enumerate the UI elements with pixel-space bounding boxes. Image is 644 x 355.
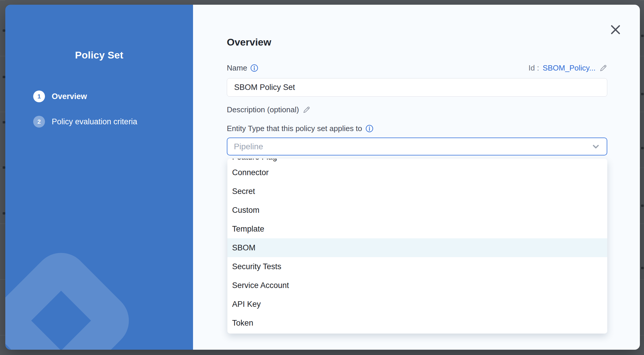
background-page-left-edge [0, 0, 5, 355]
dropdown-option-sbom[interactable]: SBOM [227, 238, 607, 257]
step-number-badge: 1 [33, 91, 45, 102]
policy-set-modal: Policy Set 1 Overview 2 Policy evaluatio… [5, 5, 640, 350]
background-page-right-edge [640, 0, 644, 355]
background-artifact [3, 212, 5, 215]
description-label: Description (optional) [227, 105, 311, 114]
wizard-step-policy-evaluation-criteria[interactable]: 2 Policy evaluation criteria [33, 116, 137, 128]
background-artifact [641, 147, 644, 149]
entity-type-label-text: Entity Type that this policy set applies… [227, 124, 362, 133]
name-label-text: Name [227, 63, 247, 73]
harness-logo-watermark [5, 242, 140, 350]
description-label-text: Description (optional) [227, 105, 299, 114]
dropdown-option-secret[interactable]: Secret [227, 182, 607, 201]
page-title: Overview [227, 36, 271, 48]
wizard-sidebar: Policy Set 1 Overview 2 Policy evaluatio… [5, 5, 193, 350]
background-artifact [3, 29, 5, 32]
select-placeholder: Pipeline [234, 142, 591, 151]
background-artifact [641, 93, 644, 95]
wizard-step-overview[interactable]: 1 Overview [33, 91, 87, 102]
edit-pencil-icon[interactable] [302, 106, 311, 114]
info-icon[interactable] [365, 125, 373, 133]
background-artifact [3, 166, 5, 169]
wizard-title: Policy Set [5, 49, 193, 61]
entity-id-link[interactable]: SBOM_Policy... [543, 63, 596, 73]
dropdown-option-security-tests[interactable]: Security Tests [227, 257, 607, 276]
dropdown-option-template[interactable]: Template [227, 220, 607, 238]
dropdown-option-connector[interactable]: Connector [227, 163, 607, 182]
screen: Policy Set 1 Overview 2 Policy evaluatio… [0, 0, 644, 355]
background-artifact [641, 267, 644, 269]
id-prefix-label: Id : [529, 63, 539, 73]
background-artifact [3, 76, 5, 78]
step-label: Overview [52, 92, 87, 101]
step-label: Policy evaluation criteria [52, 117, 137, 126]
edit-pencil-icon[interactable] [599, 64, 607, 72]
info-icon[interactable] [250, 64, 258, 72]
dropdown-option-api-key[interactable]: API Key [227, 295, 607, 314]
entity-id-group: Id : SBOM_Policy... [529, 63, 607, 73]
entity-type-label: Entity Type that this policy set applies… [227, 124, 373, 133]
step-number-badge: 2 [33, 116, 45, 128]
close-button[interactable] [609, 23, 622, 36]
name-input[interactable] [227, 78, 607, 97]
name-field-label: Name [227, 63, 258, 73]
modal-content-panel: Overview Name Id : SBOM_Policy... [193, 5, 640, 350]
entity-type-select[interactable]: Pipeline [227, 138, 607, 155]
close-icon [609, 23, 622, 36]
chevron-down-icon [591, 142, 600, 151]
dropdown-option-service-account[interactable]: Service Account [227, 276, 607, 295]
dropdown-option-token[interactable]: Token [227, 314, 607, 332]
background-artifact [641, 205, 644, 207]
background-artifact [641, 35, 644, 37]
entity-dropdown-list: Feature Flag ConnectorSecretCustomTempla… [227, 159, 607, 334]
background-artifact [3, 121, 5, 123]
dropdown-option-clipped[interactable]: Feature Flag [227, 159, 607, 163]
dropdown-option-custom[interactable]: Custom [227, 201, 607, 220]
